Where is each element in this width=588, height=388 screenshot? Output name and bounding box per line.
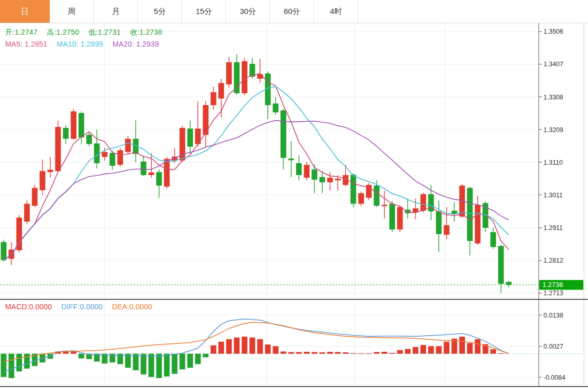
ma-lines-layer	[4, 74, 509, 260]
macd-histogram-layer	[1, 337, 504, 378]
main-gridlines	[0, 32, 539, 293]
ma5-line	[4, 74, 509, 260]
tab-60min[interactable]: 60分	[270, 0, 314, 23]
svg-text:1.3506: 1.3506	[543, 28, 563, 35]
tab-4hour[interactable]: 4时	[314, 0, 358, 23]
tab-5min[interactable]: 5分	[138, 0, 182, 23]
svg-text:0.0138: 0.0138	[543, 312, 563, 319]
ma-value-2: MA20: 1.2939	[112, 40, 159, 48]
panel-separator	[0, 299, 588, 300]
svg-text:1.2713: 1.2713	[543, 290, 563, 297]
ma20-line	[4, 121, 509, 261]
ma-legend: MA5: 1.2851MA10: 1.2895MA20: 1.2939	[5, 40, 168, 48]
svg-text:-0.0084: -0.0084	[543, 374, 565, 381]
ma-value-0: MA5: 1.2851	[5, 40, 48, 48]
trading-chart-page: 1.35061.34071.33081.32091.31101.30111.29…	[0, 0, 588, 388]
svg-text:1.3209: 1.3209	[543, 126, 563, 134]
tab-day[interactable]: 日	[0, 0, 50, 23]
tab-30min[interactable]: 30分	[226, 0, 270, 23]
ohlc-value-3: 收:1.2738	[130, 28, 162, 36]
main-axis-ticks: 1.35061.34071.33081.32091.31101.30111.29…	[539, 28, 563, 297]
macd-value-1: DIFF:0.0000	[61, 303, 103, 311]
tab-month[interactable]: 月	[94, 0, 138, 23]
ohlc-value-2: 低:1.2731	[89, 28, 121, 36]
svg-text:1.2812: 1.2812	[543, 257, 563, 264]
interval-tabbar: 日周月5分15分30分60分4时	[0, 0, 588, 23]
last-price-tag-label: 1.2738	[542, 281, 563, 289]
macd-legend: MACD:0.0000DIFF:0.0000DEA:0.0000	[5, 303, 162, 311]
ohlc-value-0: 开:1.2747	[5, 28, 37, 36]
ohlc-value-1: 高:1.2750	[47, 28, 79, 36]
candles-layer	[1, 54, 512, 293]
svg-text:1.2911: 1.2911	[543, 224, 563, 232]
svg-text:0.0027: 0.0027	[543, 343, 563, 350]
ma10-line	[4, 87, 509, 260]
svg-text:1.3407: 1.3407	[543, 61, 563, 68]
tab-15min[interactable]: 15分	[182, 0, 226, 23]
svg-text:1.3308: 1.3308	[543, 94, 563, 101]
svg-text:1.3011: 1.3011	[543, 192, 563, 199]
macd-value-2: DEA:0.0000	[112, 303, 152, 311]
svg-text:1.3110: 1.3110	[543, 159, 563, 166]
diff-line	[4, 319, 509, 372]
ma-value-1: MA10: 1.2895	[57, 40, 104, 48]
candlestick-macd-chart[interactable]: 1.35061.34071.33081.32091.31101.30111.29…	[0, 0, 588, 388]
bottom-border	[0, 386, 588, 387]
macd-value-0: MACD:0.0000	[5, 303, 52, 311]
macd-axis-ticks: 0.01380.0027-0.0084	[539, 312, 565, 381]
tab-week[interactable]: 周	[50, 0, 94, 23]
ohlc-legend: 开:1.2747高:1.2750低:1.2731收:1.2738	[5, 28, 171, 37]
